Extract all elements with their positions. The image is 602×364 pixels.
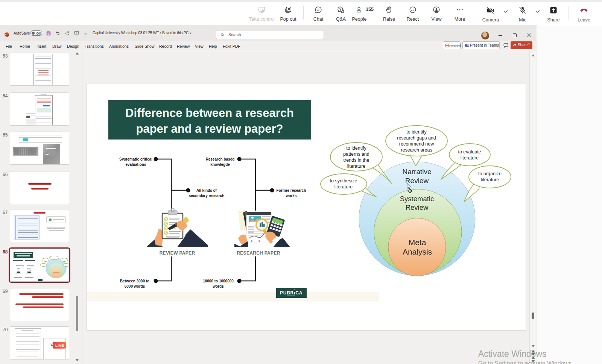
svg-text:literature: literature: [347, 164, 366, 169]
svg-text:to evaluate: to evaluate: [458, 149, 481, 155]
svg-text:recommend new: recommend new: [399, 141, 434, 147]
svg-text:Review: Review: [405, 177, 429, 185]
svg-text:paper and a review paper?: paper and a review paper?: [136, 122, 283, 135]
svg-text:to organize: to organize: [478, 171, 502, 176]
svg-text:P: P: [5, 33, 7, 36]
svg-text:All kinds of: All kinds of: [196, 188, 217, 193]
svg-text:6000 words: 6000 words: [125, 284, 145, 288]
svg-text:literature: literature: [461, 155, 479, 161]
svg-text:research areas: research areas: [401, 147, 432, 153]
svg-text:Difference between a research: Difference between a research: [125, 106, 294, 120]
svg-text:10000 to 1000000: 10000 to 1000000: [203, 279, 234, 283]
svg-text:literature: literature: [334, 184, 353, 190]
svg-text:Meta: Meta: [409, 238, 426, 247]
svg-text:evaluations: evaluations: [125, 162, 146, 167]
svg-text:Narrative: Narrative: [402, 168, 431, 176]
svg-text:to synthesize: to synthesize: [330, 178, 357, 184]
svg-text:Former research: Former research: [277, 188, 306, 193]
svg-text:secondary research: secondary research: [189, 194, 225, 198]
svg-text:RESEARCH PAPER: RESEARCH PAPER: [237, 250, 280, 256]
svg-text:works: works: [286, 194, 297, 198]
svg-text:literature: literature: [481, 177, 499, 182]
svg-text:Review: Review: [406, 203, 429, 211]
svg-text:words: words: [212, 284, 224, 288]
svg-text:Research based: Research based: [206, 157, 235, 161]
svg-text:Systematic: Systematic: [400, 195, 434, 203]
svg-text:research gaps and: research gaps and: [397, 135, 436, 141]
svg-text:trends in the: trends in the: [344, 158, 369, 163]
svg-text:knowlegde: knowlegde: [210, 162, 230, 167]
svg-text:PUBRıCA: PUBRıCA: [280, 290, 303, 296]
svg-text:REVIEW PAPER: REVIEW PAPER: [160, 250, 195, 256]
svg-text:Systematic critical: Systematic critical: [119, 157, 152, 161]
svg-text:patterns and: patterns and: [343, 152, 369, 157]
svg-text:Between 3000 to: Between 3000 to: [120, 279, 149, 283]
svg-text:to identify: to identify: [346, 146, 366, 151]
svg-text:T: T: [465, 45, 467, 47]
svg-text:to identify: to identify: [406, 129, 427, 135]
svg-text:Analysis: Analysis: [403, 247, 432, 256]
